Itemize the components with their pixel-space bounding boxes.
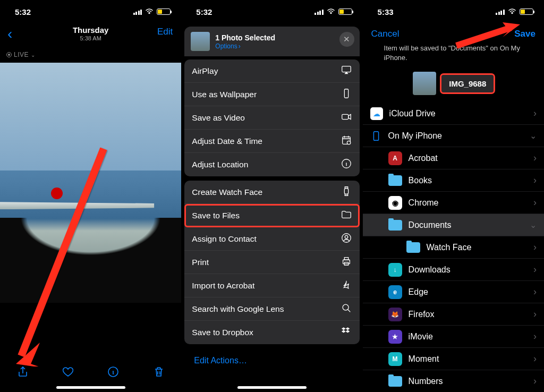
watch-icon <box>341 185 352 199</box>
wifi-icon <box>327 7 335 16</box>
info-button[interactable] <box>106 364 121 379</box>
options-link[interactable]: Options› <box>215 42 275 50</box>
battery-icon <box>520 8 533 15</box>
action-group-2: Create Watch Face Save to Files Assign t… <box>184 181 359 344</box>
status-time: 5:32 <box>15 7 31 16</box>
folder-moment[interactable]: M Moment › <box>363 348 544 370</box>
wifi-icon <box>145 7 154 16</box>
home-indicator[interactable] <box>237 386 307 389</box>
folder-acrobat[interactable]: A Acrobat › <box>363 147 544 169</box>
cancel-button[interactable]: Cancel <box>371 29 400 39</box>
share-button[interactable] <box>15 364 30 379</box>
edit-actions-link[interactable]: Edit Actions… <box>184 348 359 373</box>
share-actions: AirPlay Use as Wallpaper Save as Video A… <box>184 59 359 373</box>
chevron-right-icon: › <box>533 197 537 208</box>
files-header: Cancel Save <box>363 23 544 44</box>
photo-viewport[interactable] <box>0 63 181 303</box>
close-button[interactable]: ✕ <box>339 32 354 47</box>
folder-firefox[interactable]: 🦊 Firefox › <box>363 303 544 326</box>
folder-icon <box>406 242 420 253</box>
save-to-files-action[interactable]: Save to Files <box>184 204 359 227</box>
folder-icon <box>388 175 402 186</box>
cellular-icon <box>133 9 142 15</box>
video-icon <box>341 111 352 125</box>
airplay-action[interactable]: AirPlay <box>184 59 359 83</box>
adjust-date-action[interactable]: Adjust Date & Time <box>184 130 359 153</box>
folder-imovie[interactable]: ★ iMovie › <box>363 326 544 348</box>
save-button[interactable]: Save <box>514 29 536 39</box>
chevron-down-icon: ⌄ <box>31 52 36 58</box>
status-icons <box>496 7 533 16</box>
svg-rect-1 <box>342 66 351 72</box>
file-preview: IMG_9688 <box>363 67 544 103</box>
dropbox-action[interactable]: Save to Dropbox <box>184 321 359 344</box>
location-list: ☁ iCloud Drive › On My iPhone ⌄ A Acroba… <box>363 103 544 392</box>
cellular-icon <box>496 9 505 15</box>
share-sheet-screen: 5:32 1 Photo Selected Options› ✕ AirPlay <box>181 0 362 392</box>
print-action[interactable]: Print <box>184 251 359 274</box>
folder-books[interactable]: Books › <box>363 169 544 192</box>
filename-input[interactable]: IMG_9688 <box>441 75 494 92</box>
downloads-icon: ↓ <box>388 263 402 277</box>
folder-numbers[interactable]: Numbers › <box>363 370 544 392</box>
acrobat-icon <box>341 279 352 293</box>
chrome-app-icon: ◉ <box>388 196 402 210</box>
folder-edge[interactable]: e Edge › <box>363 281 544 303</box>
svg-rect-3 <box>342 114 348 119</box>
icloud-icon: ☁ <box>370 107 383 120</box>
favorite-button[interactable] <box>61 364 75 379</box>
watch-face-action[interactable]: Create Watch Face <box>184 181 359 204</box>
battery-icon <box>157 8 171 15</box>
photo-time: 5:38 AM <box>80 35 101 41</box>
svg-rect-11 <box>344 257 348 260</box>
share-title: 1 Photo Selected <box>215 33 275 42</box>
bottom-toolbar <box>0 357 181 387</box>
on-my-iphone-row[interactable]: On My iPhone ⌄ <box>363 125 544 147</box>
folder-icon <box>388 376 402 387</box>
wifi-icon <box>508 7 516 16</box>
folder-icon <box>388 219 402 231</box>
acrobat-action[interactable]: Import to Acrobat <box>184 274 359 297</box>
icloud-drive-row[interactable]: ☁ iCloud Drive › <box>363 103 544 125</box>
home-indicator[interactable] <box>56 386 125 389</box>
photos-detail-screen: 5:32 ‹ Thursday 5:38 AM Edit LIVE ⌄ <box>0 0 181 392</box>
chevron-right-icon: › <box>533 353 537 364</box>
live-badge[interactable]: LIVE ⌄ <box>0 47 181 63</box>
adjust-location-action[interactable]: Adjust Location <box>184 153 359 176</box>
folder-downloads[interactable]: ↓ Downloads › <box>363 259 544 281</box>
photo-day: Thursday <box>73 25 109 35</box>
chevron-right-icon: › <box>239 42 241 50</box>
save-video-action[interactable]: Save as Video <box>184 106 359 130</box>
delete-button[interactable] <box>151 364 166 379</box>
share-thumbnail <box>191 32 210 51</box>
svg-rect-10 <box>343 260 350 263</box>
chevron-right-icon: › <box>533 108 537 119</box>
svg-rect-7 <box>344 188 348 194</box>
svg-point-5 <box>347 141 350 144</box>
action-group-1: AirPlay Use as Wallpaper Save as Video A… <box>184 59 359 176</box>
cellular-icon <box>314 9 324 15</box>
file-thumbnail <box>413 72 436 95</box>
assign-contact-action[interactable]: Assign to Contact <box>184 227 359 251</box>
wallpaper-action[interactable]: Use as Wallpaper <box>184 83 359 106</box>
status-bar: 5:32 <box>0 0 181 23</box>
phone-icon <box>341 88 352 101</box>
folder-watch-face[interactable]: Watch Face › <box>363 236 544 259</box>
chevron-down-icon: ⌄ <box>530 131 537 141</box>
acrobat-app-icon: A <box>388 151 402 165</box>
print-icon <box>341 255 352 269</box>
airplay-icon <box>341 64 352 78</box>
folder-documents[interactable]: Documents ⌄ <box>363 214 544 236</box>
chevron-right-icon: › <box>533 309 537 320</box>
edit-button[interactable]: Edit <box>157 27 173 37</box>
chevron-right-icon: › <box>533 286 537 297</box>
google-lens-action[interactable]: Search with Google Lens <box>184 297 359 321</box>
back-button[interactable]: ‹ <box>7 25 12 42</box>
dropbox-icon <box>341 326 352 339</box>
status-bar: 5:32 <box>181 0 362 23</box>
status-time: 5:33 <box>378 7 394 16</box>
battery-icon <box>338 8 352 15</box>
folder-chrome[interactable]: ◉ Chrome › <box>363 192 544 214</box>
svg-rect-14 <box>373 131 378 140</box>
chevron-right-icon: › <box>533 242 537 253</box>
